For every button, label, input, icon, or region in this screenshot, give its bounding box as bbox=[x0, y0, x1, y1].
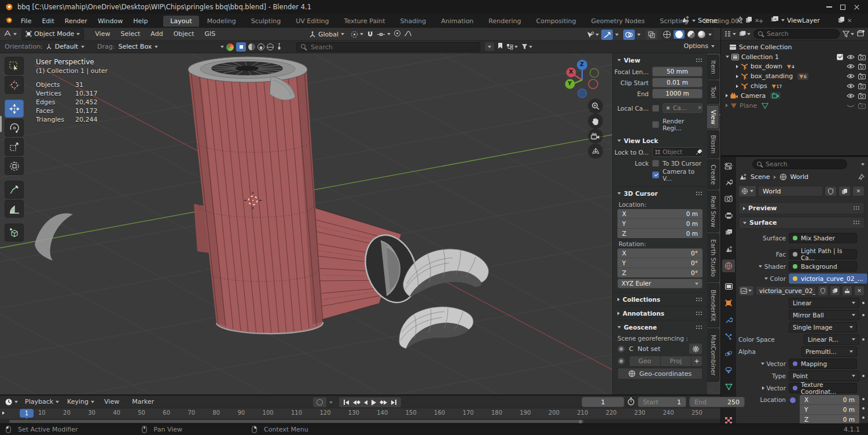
gizmos-toggle[interactable] bbox=[601, 30, 613, 40]
zoom-button[interactable] bbox=[588, 98, 603, 114]
cursor-rotation-y[interactable]: Y0° bbox=[617, 258, 703, 268]
drag-dropdown[interactable]: Select Box bbox=[118, 43, 158, 50]
texture-coordinate-field[interactable]: Texture Coordinat... bbox=[789, 383, 857, 393]
tab-object[interactable] bbox=[722, 297, 735, 309]
tab-modifiers[interactable] bbox=[722, 313, 735, 326]
maximize-button[interactable] bbox=[840, 5, 845, 10]
scene-pin-icon[interactable] bbox=[736, 16, 743, 25]
hide-eye-toggle-closed[interactable] bbox=[847, 103, 855, 108]
tab-view-layer[interactable] bbox=[722, 226, 735, 239]
hide-eye-toggle[interactable] bbox=[847, 93, 855, 98]
timeline-menu-marker[interactable]: Marker bbox=[127, 398, 159, 405]
workspace-tab-rendering[interactable]: Rendering bbox=[481, 16, 528, 27]
menu-edit[interactable]: Edit bbox=[36, 17, 59, 25]
outliner-filter-funnel[interactable] bbox=[843, 31, 854, 38]
jump-to-end-button[interactable] bbox=[391, 400, 396, 405]
panel-drag-grip[interactable] bbox=[696, 59, 703, 63]
timeline-menu-keying[interactable]: Keying bbox=[67, 398, 94, 405]
keyframe-dot[interactable] bbox=[862, 302, 865, 304]
properties-editor-type-dropdown[interactable] bbox=[722, 160, 735, 173]
bookmark-icon[interactable] bbox=[498, 42, 503, 51]
collection-checkbox[interactable] bbox=[837, 54, 843, 60]
vector-mapping-field[interactable]: Mapping bbox=[789, 359, 857, 369]
panel-header-preview[interactable]: Preview bbox=[738, 202, 865, 214]
color-field[interactable]: victoria_curve_02_... bbox=[789, 273, 867, 284]
unlink-world-button[interactable]: ✕ bbox=[852, 186, 865, 196]
timeline-menu-playback[interactable]: Playback bbox=[25, 398, 59, 405]
rotation-mode-dropdown[interactable]: XYZ Euler bbox=[617, 279, 703, 288]
sidebar-tab-tool[interactable]: Tool bbox=[707, 81, 719, 104]
outliner-row-collection-1[interactable]: Collection 1 bbox=[721, 52, 868, 62]
transform-orientation-dropdown[interactable]: Global bbox=[306, 29, 348, 39]
sidebar-tab-blenderkit[interactable]: BlenderKit bbox=[707, 283, 719, 327]
tool-measure[interactable] bbox=[5, 200, 24, 218]
world-browse-dropdown[interactable] bbox=[738, 185, 756, 197]
sidebar-tab-item[interactable]: Item bbox=[707, 55, 719, 79]
menu-render[interactable]: Render bbox=[60, 17, 93, 25]
cursor-location-y[interactable]: Y0 m bbox=[617, 219, 703, 229]
tab-output[interactable] bbox=[722, 209, 735, 222]
overlays-toggle[interactable] bbox=[623, 30, 635, 40]
interpolation-dropdown[interactable]: Linear bbox=[789, 298, 859, 308]
orthographic-toggle-button[interactable] bbox=[588, 144, 603, 159]
outliner-row-box-down[interactable]: box_down ▼4 bbox=[721, 62, 868, 72]
tab-world[interactable] bbox=[722, 259, 735, 272]
material-sphere-icon[interactable] bbox=[226, 43, 234, 51]
panel-header-view[interactable]: View bbox=[613, 54, 707, 65]
geo-coordinates-button[interactable]: Geo-coordinates bbox=[617, 368, 703, 379]
mapping-location-x[interactable]: X0 m bbox=[800, 395, 859, 405]
pin-icon[interactable] bbox=[858, 174, 865, 181]
expand-chevron[interactable] bbox=[726, 104, 728, 107]
sidebar-tab-view[interactable]: View bbox=[707, 105, 719, 129]
select-object-type-toggle[interactable] bbox=[236, 42, 246, 52]
panel-header-3d-cursor[interactable]: 3D Cursor bbox=[613, 188, 707, 199]
sidebar-tab-real-snow[interactable]: Real Snow bbox=[707, 191, 719, 232]
breadcrumb-scene[interactable]: Scene bbox=[751, 173, 770, 181]
surface-shader-field[interactable]: Mix Shader bbox=[789, 233, 857, 243]
filter-funnel-dropdown[interactable] bbox=[521, 43, 532, 50]
scene-delete-icon[interactable]: ✕ bbox=[755, 17, 759, 24]
tab-render[interactable] bbox=[722, 192, 735, 205]
workspace-tab-animation[interactable]: Animation bbox=[434, 16, 480, 27]
shading-solid-toggle[interactable] bbox=[675, 31, 683, 38]
keyframe-dot[interactable] bbox=[862, 407, 865, 410]
panel-header-geoscene[interactable]: Geoscene bbox=[613, 321, 707, 332]
outliner-row-scene-collection[interactable]: Scene Collection bbox=[721, 42, 868, 52]
local-camera-checkbox[interactable] bbox=[652, 105, 659, 112]
outliner-row-plane[interactable]: Plane bbox=[721, 101, 868, 111]
workspace-tab-sculpting[interactable]: Sculpting bbox=[244, 16, 288, 27]
gizmo-axis-y[interactable]: Y bbox=[568, 80, 572, 86]
snap-with-dropdown[interactable] bbox=[377, 31, 391, 38]
tab-particles[interactable] bbox=[722, 330, 735, 343]
tool-search-field[interactable]: Search bbox=[296, 42, 480, 52]
pan-button[interactable] bbox=[588, 114, 603, 129]
geo-radio[interactable] bbox=[617, 357, 625, 365]
breadcrumb-world[interactable]: World bbox=[790, 173, 809, 181]
panel-drag-grip[interactable] bbox=[854, 206, 860, 210]
current-frame-indicator[interactable]: 1 bbox=[20, 409, 34, 418]
toolbar-expand-handle[interactable] bbox=[0, 116, 2, 132]
start-frame-field[interactable]: Start1 bbox=[638, 397, 686, 407]
mapping-location-z[interactable]: Z0 m bbox=[800, 415, 859, 424]
filter-half-circle-icon[interactable] bbox=[248, 43, 255, 50]
color-space-dropdown[interactable]: Linear R... bbox=[804, 334, 859, 345]
shading-material-toggle[interactable] bbox=[687, 31, 695, 38]
image-duplicate-button[interactable] bbox=[830, 286, 840, 296]
fake-user-shield-button[interactable] bbox=[825, 186, 837, 196]
camera-to-view-checkbox[interactable] bbox=[652, 171, 659, 178]
camera-view-button[interactable] bbox=[588, 129, 603, 144]
outliner-filter-mode-dropdown[interactable] bbox=[739, 31, 751, 37]
viewlayer-browse-chevron[interactable] bbox=[781, 19, 785, 21]
menu-file[interactable]: File bbox=[16, 17, 36, 25]
editor-type-icon[interactable] bbox=[3, 30, 12, 39]
tab-tool[interactable] bbox=[722, 176, 735, 188]
gizmo-axis-x[interactable]: X bbox=[569, 68, 573, 75]
hide-eye-toggle[interactable] bbox=[847, 64, 855, 69]
navigation-gizmo[interactable]: Z X Y bbox=[554, 54, 610, 108]
hide-eye-toggle[interactable] bbox=[847, 74, 855, 79]
overlays-dropdown-chevron[interactable] bbox=[637, 34, 641, 36]
orientation-value[interactable]: Default bbox=[55, 43, 78, 50]
crs-settings-button[interactable] bbox=[689, 343, 703, 354]
new-collection-button[interactable] bbox=[857, 30, 865, 39]
keyframe-dot[interactable] bbox=[862, 314, 865, 316]
